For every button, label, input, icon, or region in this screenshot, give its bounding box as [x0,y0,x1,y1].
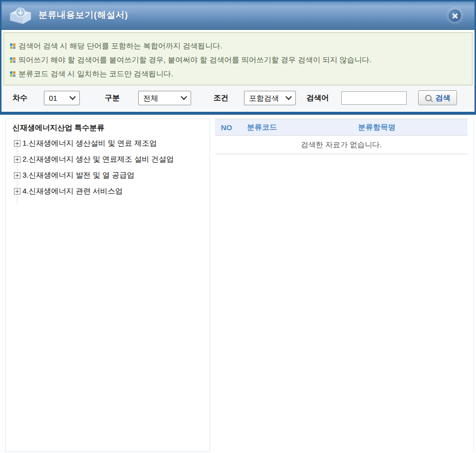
condition-select[interactable]: 포함검색 [244,91,296,105]
round-select[interactable]: 01 [44,91,80,105]
close-button[interactable] [448,9,462,22]
squares-bullet-icon [10,43,15,49]
dialog-top-section: 분류내용보기(해설서) 검색어 검색 시 해당 단어를 포함하는 복합어까지 검… [0,0,476,115]
tree-title: 신재생에너지산업 특수분류 [5,119,210,133]
classification-tree-panel: 신재생에너지산업 특수분류 1.신재생에너지 생산설비 및 연료 제조업 2.신… [5,119,210,452]
squares-bullet-icon [10,71,15,77]
tree-item-label[interactable]: 3.신재생에너지 발전 및 열 공급업 [22,171,134,180]
column-header-no: NO [215,123,238,132]
panel-right-divider [474,116,474,452]
dialog-titlebar: 분류내용보기(해설서) [1,1,475,30]
search-bar: 차수 01 구분 전체 조건 포함검색 검색어 [1,85,475,110]
expand-plus-icon[interactable] [14,188,20,195]
category-select[interactable]: 전체 [138,91,191,105]
notice-text: 검색어 검색 시 해당 단어를 포함하는 복합어까지 검색됩니다. [18,41,222,51]
tree-item-2[interactable]: 2.신재생에너지 생산 및 연료제조 설비 건설업 [5,151,210,167]
tree-item-3[interactable]: 3.신재생에너지 발전 및 열 공급업 [5,167,210,183]
notice-text: 띄어쓰기 해야 할 검색어를 붙여쓰기할 경우, 붙여써야 할 검색어를 띄어쓰… [18,55,372,65]
tree-item-label[interactable]: 4.신재생에너지 관련 서비스업 [22,187,123,196]
expand-plus-icon[interactable] [14,140,20,147]
expand-plus-icon[interactable] [14,156,20,163]
notice-item: 검색어 검색 시 해당 단어를 포함하는 복합어까지 검색됩니다. [9,39,465,53]
notice-text: 분류코드 검색 시 일치하는 코드만 검색됩니다. [18,69,173,79]
search-button-label: 검색 [436,93,451,103]
close-icon [452,12,458,19]
keyword-input[interactable] [341,91,407,105]
tree-item-label[interactable]: 1.신재생에너지 생산설비 및 연료 제조업 [22,139,157,148]
tree-item-label[interactable]: 2.신재생에너지 생산 및 연료제조 설비 건설업 [22,155,174,164]
round-label: 차수 [12,93,27,103]
search-button[interactable]: 검색 [418,90,457,105]
folder-download-icon [9,5,32,25]
notice-box: 검색어 검색 시 해당 단어를 포함하는 복합어까지 검색됩니다. 띄어쓰기 해… [3,32,473,85]
notice-item: 띄어쓰기 해야 할 검색어를 붙여쓰기할 경우, 붙여써야 할 검색어를 띄어쓰… [9,53,465,67]
tree: 1.신재생에너지 생산설비 및 연료 제조업 2.신재생에너지 생산 및 연료제… [5,135,210,199]
squares-bullet-icon [10,57,15,63]
classification-dialog: 분류내용보기(해설서) 검색어 검색 시 해당 단어를 포함하는 복합어까지 검… [0,0,476,453]
result-panel: NO 분류코드 분류항목명 검색한 자료가 없습니다. [215,119,468,154]
search-icon [425,95,432,101]
category-label: 구분 [105,93,120,103]
tree-item-1[interactable]: 1.신재생에너지 생산설비 및 연료 제조업 [5,135,210,151]
column-header-name: 분류항목명 [286,123,468,132]
empty-result-message: 검색한 자료가 없습니다. [215,136,468,154]
condition-label: 조건 [214,93,229,103]
column-header-code: 분류코드 [238,123,286,132]
keyword-label: 검색어 [306,93,329,103]
dialog-title: 분류내용보기(해설서) [38,9,128,22]
table-header-row: NO 분류코드 분류항목명 [215,119,468,136]
notice-item: 분류코드 검색 시 일치하는 코드만 검색됩니다. [9,67,465,81]
expand-plus-icon[interactable] [14,172,20,179]
tree-item-4[interactable]: 4.신재생에너지 관련 서비스업 [5,183,210,199]
